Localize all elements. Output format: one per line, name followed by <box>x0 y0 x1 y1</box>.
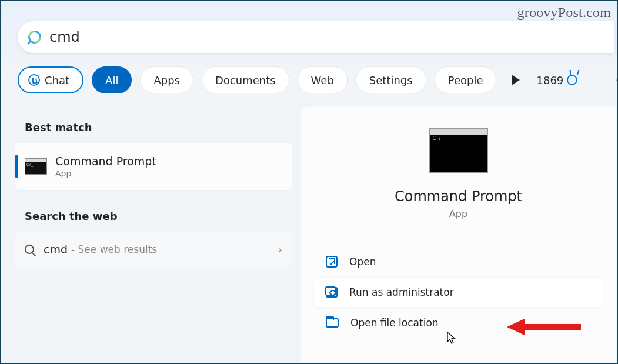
folder-icon <box>326 318 339 328</box>
detail-subtitle: App <box>301 208 616 219</box>
search-box[interactable]: cmd <box>18 21 614 53</box>
results-left-column: Best match Command Prompt App Search the… <box>15 113 292 363</box>
watermark-text: groovyPost.com <box>517 5 611 21</box>
more-menu-button[interactable]: ··· <box>609 73 618 88</box>
chat-filter-button[interactable]: Chat <box>18 66 83 93</box>
text-caret <box>459 29 460 45</box>
best-match-subtitle: App <box>55 169 156 178</box>
search-input[interactable]: cmd <box>49 29 460 45</box>
command-prompt-large-icon <box>429 128 488 173</box>
svg-rect-0 <box>522 324 581 330</box>
command-prompt-icon <box>25 158 47 175</box>
annotation-red-arrow <box>507 319 583 335</box>
chat-label: Chat <box>45 74 69 86</box>
open-action[interactable]: Open <box>314 247 603 276</box>
best-match-header: Best match <box>25 121 292 133</box>
apps-filter-button[interactable]: Apps <box>140 66 193 93</box>
detail-title: Command Prompt <box>301 188 616 205</box>
rewards-points[interactable]: 1869 <box>536 74 577 86</box>
people-filter-button[interactable]: People <box>435 66 497 93</box>
rewards-medal-icon <box>567 75 577 85</box>
search-web-header: Search the web <box>25 210 292 222</box>
web-result-item[interactable]: cmd - See web results › <box>15 232 292 267</box>
web-result-query: cmd <box>44 243 68 256</box>
best-match-title: Command Prompt <box>55 155 156 168</box>
settings-filter-button[interactable]: Settings <box>356 66 426 93</box>
svg-marker-1 <box>507 319 525 335</box>
web-result-hint: - See web results <box>71 243 157 255</box>
search-icon <box>25 28 44 46</box>
open-label: Open <box>349 256 376 268</box>
run-as-administrator-action[interactable]: Run as administrator <box>314 278 603 307</box>
shield-admin-icon <box>326 287 338 298</box>
all-filter-button[interactable]: All <box>92 66 132 93</box>
open-location-label: Open file location <box>350 317 439 329</box>
bing-chat-icon <box>28 74 40 86</box>
chevron-right-icon: › <box>278 243 282 256</box>
rewards-value: 1869 <box>536 74 563 86</box>
divider <box>321 241 596 241</box>
run-admin-label: Run as administrator <box>349 286 454 298</box>
more-filters-icon[interactable] <box>512 75 520 85</box>
documents-filter-button[interactable]: Documents <box>202 66 289 93</box>
search-icon <box>25 245 34 254</box>
search-filters-row: Chat All Apps Documents Web Settings Peo… <box>18 64 616 96</box>
best-match-result[interactable]: Command Prompt App <box>15 143 292 190</box>
open-icon <box>326 256 338 268</box>
web-filter-button[interactable]: Web <box>298 66 348 93</box>
